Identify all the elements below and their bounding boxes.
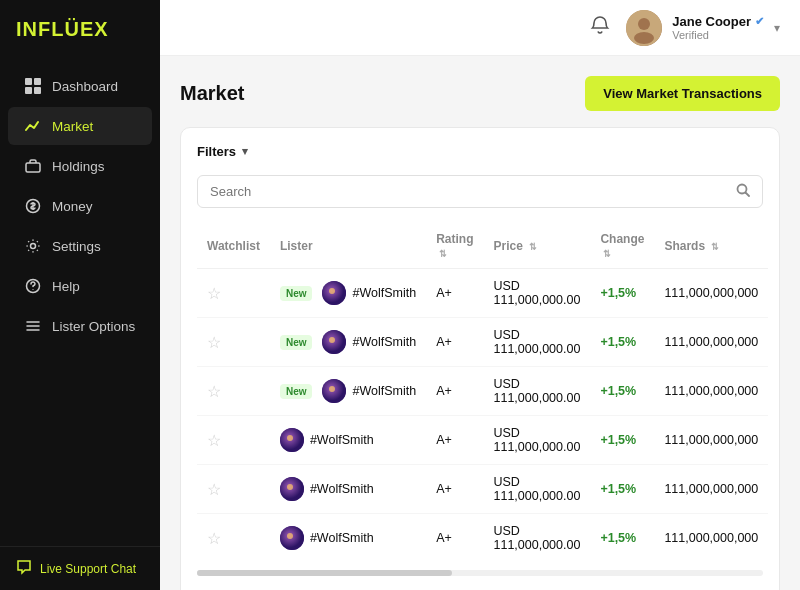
sidebar-item-help[interactable]: Help xyxy=(8,267,152,305)
pagination-bar: Total Rows: 24 Rows Per Page: 6 12 24 Pa… xyxy=(197,580,763,590)
user-name: Jane Cooper ✔ xyxy=(672,14,764,29)
watchlist-star[interactable]: ☆ xyxy=(207,481,221,498)
lister-cell: New #WolfSmith xyxy=(270,318,426,367)
grid-icon xyxy=(24,77,42,95)
price-cell: USD 111,000,000.00 xyxy=(484,514,591,563)
lister-cell: New #WolfSmith xyxy=(270,367,426,416)
svg-point-18 xyxy=(329,288,335,294)
table-row: ☆ #WolfSmi xyxy=(197,514,768,563)
price-cell: USD 111,000,000.00 xyxy=(484,367,591,416)
search-input[interactable] xyxy=(210,184,728,199)
notification-bell[interactable] xyxy=(590,15,610,40)
lister-avatar xyxy=(280,477,304,501)
lister-cell: New #WolfSmith xyxy=(270,269,426,318)
change-cell: +1,5% xyxy=(590,514,654,563)
svg-point-13 xyxy=(638,18,650,30)
question-icon xyxy=(24,277,42,295)
sidebar-item-dashboard[interactable]: Dashboard xyxy=(8,67,152,105)
user-menu[interactable]: Jane Cooper ✔ Verified ▾ xyxy=(626,10,780,46)
lister-avatar xyxy=(280,428,304,452)
table-row: ☆ New #Wolf xyxy=(197,269,768,318)
svg-rect-1 xyxy=(34,78,41,85)
price-cell: USD 111,000,000.00 xyxy=(484,318,591,367)
lister-cell: #WolfSmith xyxy=(270,514,426,563)
sidebar: INFLÜEX Dashboard Market xyxy=(0,0,160,590)
table-row: ☆ New #Wolf xyxy=(197,367,768,416)
lister-name: #WolfSmith xyxy=(352,335,416,349)
watchlist-cell: ☆ xyxy=(197,367,270,416)
page-header: Market View Market Transactions xyxy=(180,76,780,111)
chevron-down-icon: ▾ xyxy=(774,21,780,35)
avatar xyxy=(626,10,662,46)
lister-name: #WolfSmith xyxy=(310,433,374,447)
lister-avatar xyxy=(322,330,346,354)
watchlist-star[interactable]: ☆ xyxy=(207,383,221,400)
lister-name: #WolfSmith xyxy=(310,482,374,496)
col-rating: Rating ⇅ xyxy=(426,224,483,269)
table-row: ☆ New #Wolf xyxy=(197,318,768,367)
user-status: Verified xyxy=(672,29,764,41)
sidebar-item-market[interactable]: Market xyxy=(8,107,152,145)
sidebar-item-label: Lister Options xyxy=(52,319,135,334)
lister-cell: #WolfSmith xyxy=(270,416,426,465)
lister-avatar xyxy=(322,379,346,403)
change-cell: +1,5% xyxy=(590,465,654,514)
lister-name: #WolfSmith xyxy=(352,384,416,398)
watchlist-cell: ☆ xyxy=(197,514,270,563)
shards-cell: 111,000,000,000 xyxy=(654,367,768,416)
col-watchlist: Watchlist xyxy=(197,224,270,269)
dollar-icon xyxy=(24,197,42,215)
watchlist-star[interactable]: ☆ xyxy=(207,530,221,547)
shards-cell: 111,000,000,000 xyxy=(654,318,768,367)
table-scrollbar[interactable] xyxy=(197,570,763,576)
chat-icon xyxy=(16,559,32,578)
sidebar-item-holdings[interactable]: Holdings xyxy=(8,147,152,185)
lister-name: #WolfSmith xyxy=(310,531,374,545)
live-support-btn[interactable]: Live Support Chat xyxy=(16,559,144,578)
change-value: +1,5% xyxy=(600,433,636,447)
svg-point-28 xyxy=(287,533,293,539)
sidebar-item-label: Dashboard xyxy=(52,79,118,94)
watchlist-star[interactable]: ☆ xyxy=(207,432,221,449)
lister-avatar xyxy=(322,281,346,305)
lister-avatar xyxy=(280,526,304,550)
svg-point-14 xyxy=(634,32,654,44)
watchlist-star[interactable]: ☆ xyxy=(207,285,221,302)
filters-toggle[interactable]: Filters ▾ xyxy=(197,144,763,159)
change-cell: +1,5% xyxy=(590,416,654,465)
svg-point-6 xyxy=(31,244,36,249)
change-value: +1,5% xyxy=(600,335,636,349)
sidebar-item-label: Settings xyxy=(52,239,101,254)
change-cell: +1,5% xyxy=(590,318,654,367)
table-row: ☆ #WolfSmi xyxy=(197,465,768,514)
shards-cell: 111,000,000,000 xyxy=(654,465,768,514)
rating-cell: A+ xyxy=(426,318,483,367)
svg-point-26 xyxy=(287,484,293,490)
rating-cell: A+ xyxy=(426,269,483,318)
sidebar-item-money[interactable]: Money xyxy=(8,187,152,225)
new-badge: New xyxy=(280,335,313,350)
sidebar-item-label: Holdings xyxy=(52,159,105,174)
verified-icon: ✔ xyxy=(755,15,764,28)
briefcase-icon xyxy=(24,157,42,175)
price-cell: USD 111,000,000.00 xyxy=(484,465,591,514)
svg-rect-0 xyxy=(25,78,32,85)
rating-cell: A+ xyxy=(426,465,483,514)
sidebar-item-settings[interactable]: Settings xyxy=(8,227,152,265)
shards-cell: 111,000,000,000 xyxy=(654,269,768,318)
watchlist-star[interactable]: ☆ xyxy=(207,334,221,351)
top-header: Jane Cooper ✔ Verified ▾ xyxy=(160,0,800,56)
user-info: Jane Cooper ✔ Verified xyxy=(672,14,764,41)
shards-cell: 111,000,000,000 xyxy=(654,416,768,465)
app-logo: INFLÜEX xyxy=(0,0,160,57)
change-value: +1,5% xyxy=(600,384,636,398)
sidebar-item-lister-options[interactable]: Lister Options xyxy=(8,307,152,345)
view-market-transactions-button[interactable]: View Market Transactions xyxy=(585,76,780,111)
sidebar-item-label: Market xyxy=(52,119,93,134)
new-badge: New xyxy=(280,286,313,301)
watchlist-cell: ☆ xyxy=(197,465,270,514)
col-price: Price ⇅ xyxy=(484,224,591,269)
filters-chevron-icon: ▾ xyxy=(242,145,248,158)
col-shards: Shards ⇅ xyxy=(654,224,768,269)
col-change: Change ⇅ xyxy=(590,224,654,269)
